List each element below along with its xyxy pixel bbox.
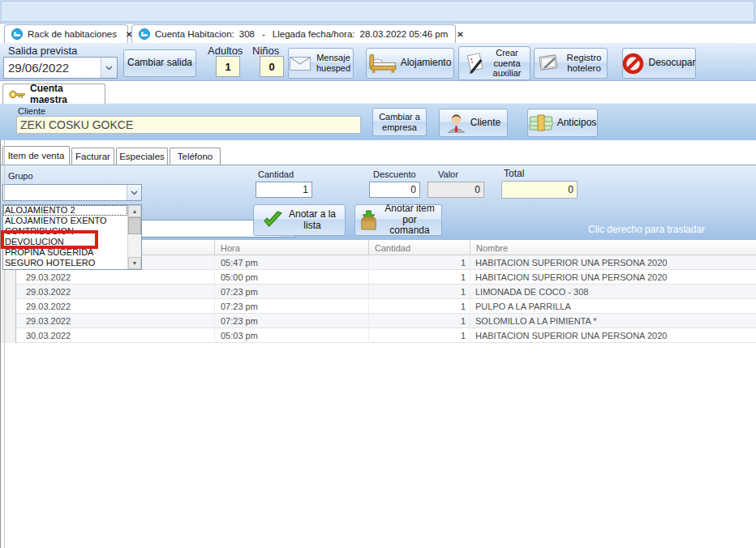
box-arrow-icon — [359, 210, 378, 231]
row-selector[interactable] — [0, 328, 16, 343]
cell-cantidad: 1 — [369, 285, 470, 299]
descuento-field[interactable]: 0 — [369, 182, 420, 198]
salida-prevista-value: 29/06/2022 — [4, 58, 101, 78]
row-selector[interactable] — [0, 314, 16, 328]
header-nombre[interactable]: Nombre — [470, 240, 756, 255]
dropdown-option-alojamiento-exento[interactable]: ALOJAMIENTO EXENTO — [3, 216, 127, 226]
window-tab-rack[interactable]: Rack de habitaciones ✕ — [4, 24, 128, 43]
salida-dropdown-button[interactable] — [101, 58, 117, 78]
tab-item-de-venta[interactable]: Item de venta — [2, 146, 70, 165]
cell-hora: 05:00 pm — [215, 270, 369, 285]
mensaje-huesped-label: Mensaje huesped — [315, 53, 352, 73]
window-tab-cuenta-middle: Llegada fecha/hora: — [273, 29, 355, 39]
valor-label: Valor — [438, 169, 458, 179]
cell-hora: 05:03 pm — [215, 328, 369, 343]
grupo-value — [3, 185, 127, 200]
desocupar-button[interactable]: Desocupar — [622, 48, 696, 79]
key-icon — [9, 89, 25, 100]
table-row[interactable]: 29.03.2022 05:00 pm 1 HABITACION SUPERIO… — [0, 270, 756, 285]
chevron-down-icon — [131, 191, 138, 195]
table-row[interactable]: 29.03.2022 07:23 pm 1 LIMONADA DE COCO -… — [0, 285, 756, 299]
anticipos-label: Anticipos — [557, 118, 597, 129]
traslado-hint-text: Clic derecho para trasladar — [588, 224, 705, 235]
cambiar-salida-button[interactable]: Cambiar salida — [123, 49, 196, 77]
cell-nombre: HABITACION SUPERIOR UNA PERSONA 2020 — [470, 255, 756, 270]
anotar-lista-button[interactable]: Anotar a la lista — [253, 204, 346, 236]
row-selector[interactable] — [0, 285, 16, 299]
table-row[interactable]: 29.03.2022 07:23 pm 1 SOLOMILLO A LA PIM… — [0, 314, 756, 328]
cantidad-field[interactable]: 1 — [256, 182, 312, 198]
tab-telefono-label: Teléfono — [178, 152, 213, 161]
client-band: Cliente ZEKI COSKU GOKCE Cambiar a empre… — [0, 103, 756, 140]
top-chrome-band — [0, 0, 756, 24]
dropdown-option-seguro-hotelero[interactable]: SEGURO HOTELERO — [3, 258, 127, 268]
chevron-down-icon — [105, 66, 113, 71]
alojamiento-button[interactable]: Alojamiento — [366, 48, 454, 79]
anticipos-button[interactable]: Anticipos — [527, 109, 598, 137]
tab-telefono[interactable]: Teléfono — [170, 148, 221, 165]
tab-cuenta-maestra-label: Cuenta maestra — [30, 83, 99, 105]
table-row[interactable]: 30.03.2022 05:03 pm 1 HABITACION SUPERIO… — [0, 328, 756, 343]
crear-cuenta-auxiliar-button[interactable]: Crear cuenta auxiliar — [458, 46, 530, 80]
tab-especiales[interactable]: Especiales — [116, 148, 168, 165]
row-selector[interactable] — [0, 270, 16, 285]
cell-fecha: 29.03.2022 — [16, 314, 215, 328]
window-tab-cuenta[interactable]: Cuenta Habitacion: 308 - Llegada fecha/h… — [131, 24, 456, 43]
header-cantidad[interactable]: Cantidad — [369, 240, 470, 255]
envelope-icon — [290, 57, 311, 71]
grupo-select[interactable] — [2, 184, 142, 201]
mensaje-huesped-button[interactable]: Mensaje huesped — [288, 48, 354, 79]
cell-hora: 07:23 pm — [215, 285, 369, 299]
cambiar-a-empresa-label: Cambiar a empresa — [376, 112, 423, 132]
cliente-button[interactable]: Cliente — [439, 109, 508, 137]
note-pen-icon — [465, 52, 486, 75]
cell-fecha: 29.03.2022 — [16, 285, 215, 299]
dropdown-option-alojamiento-2[interactable]: ALOJAMIENTO 2 — [3, 205, 127, 216]
room-toolbar: Salida prevista 29/06/2022 Cambiar salid… — [0, 43, 756, 81]
grupo-dropdown-button[interactable] — [127, 185, 141, 200]
cell-hora: 05:47 pm — [215, 255, 369, 270]
tab-especiales-label: Especiales — [119, 152, 165, 161]
cliente-label: Cliente — [18, 106, 45, 116]
cell-cantidad: 1 — [369, 270, 470, 285]
cell-fecha: 30.03.2022 — [16, 328, 215, 343]
adultos-field: 1 — [216, 56, 240, 77]
grupo-label: Grupo — [8, 171, 33, 181]
cell-fecha: 29.03.2022 — [16, 270, 215, 285]
tab-facturar[interactable]: Facturar — [71, 148, 114, 165]
arrival-datetime: 28.03.2022 05:46 pm — [360, 29, 449, 39]
crear-cuenta-auxiliar-label: Crear cuenta auxiliar — [490, 48, 524, 79]
total-field: 0 — [501, 181, 578, 199]
salida-prevista-date-select[interactable]: 29/06/2022 — [3, 57, 118, 79]
cell-nombre: SOLOMILLO A LA PIMIENTA * — [470, 314, 756, 328]
alojamiento-label: Alojamiento — [401, 58, 452, 69]
header-hora[interactable]: Hora — [215, 240, 369, 255]
cell-nombre: HABITACION SUPERIOR UNA PERSONA 2020 — [470, 328, 756, 343]
room-account-icon — [139, 28, 150, 40]
row-selector[interactable] — [0, 299, 16, 314]
no-entry-icon — [622, 53, 644, 75]
scroll-down-icon[interactable]: ▼ — [128, 257, 141, 269]
total-label: Total — [504, 168, 524, 179]
scrollbar-thumb[interactable] — [128, 217, 141, 234]
panel-edge-line — [0, 140, 1, 548]
dropdown-scrollbar[interactable]: ▲ ▼ — [127, 205, 141, 269]
ninos-field: 0 — [260, 56, 284, 77]
anotar-lista-label: Anotar a la lista — [288, 209, 337, 232]
cell-hora: 07:23 pm — [215, 314, 369, 328]
tab-cuenta-maestra[interactable]: Cuenta maestra — [2, 83, 105, 104]
table-row[interactable]: 29.03.2022 07:23 pm 1 PULPO A LA PARRILL… — [0, 299, 756, 314]
registro-hotelero-button[interactable]: Registro hotelero — [534, 48, 608, 79]
scroll-up-icon[interactable]: ▲ — [128, 205, 141, 217]
close-icon[interactable]: ✕ — [457, 30, 463, 39]
adultos-label: Adultos — [208, 45, 243, 57]
cell-cantidad: 1 — [369, 328, 470, 343]
panel-edge-line — [4, 140, 5, 548]
anotar-comanda-label: Anotar item por comanda — [382, 203, 437, 237]
cambiar-a-empresa-button[interactable]: Cambiar a empresa — [372, 108, 427, 136]
ninos-label: Niños — [252, 45, 279, 57]
desocupar-label: Desocupar — [648, 58, 695, 69]
anotar-comanda-button[interactable]: Anotar item por comanda — [354, 204, 442, 236]
client-name-field: ZEKI COSKU GOKCE — [16, 116, 361, 134]
cell-fecha: 29.03.2022 — [16, 299, 215, 314]
